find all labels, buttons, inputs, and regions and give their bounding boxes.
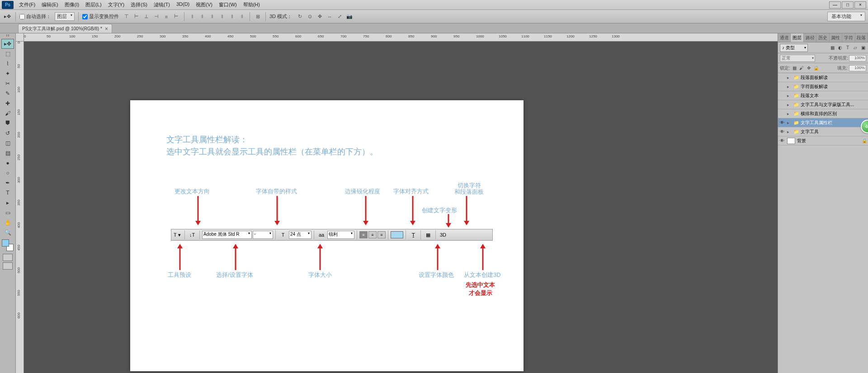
lock-transparent-icon[interactable]: ▦	[792, 65, 797, 71]
marquee-tool[interactable]: ⬚	[1, 49, 14, 59]
history-brush-tool[interactable]: ↺	[1, 128, 14, 138]
align-vcenter-icon[interactable]: ⊢	[132, 13, 141, 20]
canvas-viewport[interactable]: 文字工具属性栏解读： 选中文字工具就会显示工具的属性栏（在菜单栏的下方）。 更改…	[24, 42, 778, 373]
layer-row[interactable]: ▸📁段落文本	[778, 91, 868, 100]
menu-view[interactable]: 视图(V)	[193, 0, 215, 9]
tab-history[interactable]: 历史	[816, 33, 829, 42]
align-hcenter-icon[interactable]: ≡	[162, 13, 170, 20]
close-button[interactable]: ×	[854, 1, 866, 9]
align-left-icon[interactable]: ⊣	[152, 13, 160, 20]
visibility-icon[interactable]: 👁	[779, 120, 785, 125]
fg-color-swatch[interactable]	[2, 239, 9, 247]
3d-scale-icon[interactable]: ⤢	[335, 13, 344, 20]
lock-position-icon[interactable]: ✥	[806, 65, 811, 71]
blur-tool[interactable]: ●	[1, 158, 14, 168]
pen-tool[interactable]: ✒	[1, 178, 14, 188]
menu-help[interactable]: 帮助(H)	[241, 0, 263, 9]
menu-3d[interactable]: 3D(D)	[174, 0, 192, 9]
lasso-tool[interactable]: ⌇	[1, 59, 14, 69]
show-transform-checkbox[interactable]: 显示变换控件	[82, 13, 119, 20]
auto-align-icon[interactable]: ⊞	[254, 13, 262, 20]
visibility-icon[interactable]: 👁	[779, 129, 785, 134]
3d-rotate-icon[interactable]: ↻	[296, 13, 304, 20]
filter-shape-icon[interactable]: ▱	[852, 45, 859, 51]
tab-paths[interactable]: 路径	[804, 33, 816, 42]
twirl-icon[interactable]: ▸	[787, 93, 792, 98]
align-top-icon[interactable]: ⊤	[123, 13, 131, 20]
twirl-icon[interactable]: ▸	[787, 103, 792, 107]
tab-character[interactable]: 字符	[842, 33, 855, 42]
wand-tool[interactable]: ✦	[1, 69, 14, 79]
distribute-icon[interactable]: ⫴	[198, 13, 206, 20]
tab-paragraph[interactable]: 段落	[855, 33, 868, 42]
brush-tool[interactable]: 🖌	[1, 108, 14, 118]
3d-slide-icon[interactable]: ↔	[326, 13, 334, 20]
layer-row[interactable]: ▸📁横排和直排的区别	[778, 109, 868, 118]
filter-smart-icon[interactable]: ▣	[860, 45, 866, 51]
twirl-icon[interactable]: ▸	[787, 84, 792, 89]
hand-tool[interactable]: ✋	[1, 218, 14, 228]
dodge-tool[interactable]: ○	[1, 168, 14, 178]
tab-properties[interactable]: 属性	[830, 33, 842, 42]
stamp-tool[interactable]: ⛊	[1, 118, 14, 128]
distribute-icon[interactable]: ⫴	[208, 13, 216, 20]
type-tool[interactable]: T	[1, 188, 14, 198]
filter-adjust-icon[interactable]: ◐	[837, 45, 843, 51]
auto-select-dropdown[interactable]: 图层	[55, 12, 75, 21]
3d-camera-icon[interactable]: 📷	[345, 13, 354, 20]
blend-mode-dropdown[interactable]: 正常	[780, 55, 815, 62]
workspace-dropdown[interactable]: 基本功能	[827, 12, 865, 21]
eraser-tool[interactable]: ◫	[1, 138, 14, 148]
minimize-button[interactable]: —	[829, 1, 841, 9]
filter-type-icon[interactable]: T	[844, 45, 851, 51]
align-right-icon[interactable]: ⊢	[172, 13, 180, 20]
healing-tool[interactable]: ✚	[1, 98, 14, 108]
gradient-tool[interactable]: ▤	[1, 148, 14, 158]
quick-mask-icon[interactable]	[3, 254, 13, 261]
menu-window[interactable]: 窗口(W)	[216, 0, 240, 9]
screen-mode-icon[interactable]	[3, 262, 13, 270]
path-select-tool[interactable]: ▸	[1, 198, 14, 208]
tab-channels[interactable]: 通道	[778, 33, 791, 42]
color-swatches[interactable]	[2, 239, 14, 251]
crop-tool[interactable]: ✂	[1, 79, 14, 89]
lock-all-icon[interactable]: 🔒	[813, 65, 819, 71]
filter-type-dropdown[interactable]: ♪ 类型	[780, 44, 808, 52]
twirl-icon[interactable]: ▸	[787, 130, 792, 134]
distribute-icon[interactable]: ⫴	[228, 13, 236, 20]
distribute-icon[interactable]: ⫴	[238, 13, 246, 20]
menu-select[interactable]: 选择(S)	[128, 0, 150, 9]
distribute-icon[interactable]: ⫴	[188, 13, 196, 20]
twirl-icon[interactable]: ▸	[787, 112, 792, 116]
filter-pixel-icon[interactable]: ▦	[829, 45, 835, 51]
toolbox-handle[interactable]	[1, 34, 14, 38]
3d-roll-icon[interactable]: ⊙	[306, 13, 314, 20]
tab-layers[interactable]: 图层	[791, 33, 803, 42]
move-tool[interactable]: ▸✥	[1, 39, 14, 49]
layer-row[interactable]: 👁▸📁文字工具	[778, 127, 868, 136]
zoom-tool[interactable]: 🔍	[1, 228, 14, 238]
twirl-icon[interactable]: ▸	[787, 75, 792, 80]
visibility-icon[interactable]: 👁	[779, 138, 785, 143]
layer-row[interactable]: ▸📁字符面板解读	[778, 82, 868, 91]
distribute-icon[interactable]: ⫴	[218, 13, 226, 20]
menu-image[interactable]: 图像(I)	[62, 0, 82, 9]
layer-row[interactable]: ▸📁文字工具与文字蒙版工具...	[778, 100, 868, 109]
layer-row[interactable]: 👁背景🔒	[778, 136, 868, 145]
menu-file[interactable]: 文件(F)	[16, 0, 38, 9]
layer-row[interactable]: ▸📁段落面板解读	[778, 73, 868, 82]
document-tab[interactable]: PS文字工具详解.psd @ 100%(RGB/8) * ×	[18, 24, 112, 33]
shape-tool[interactable]: ▭	[1, 208, 14, 218]
menu-type[interactable]: 文字(Y)	[105, 0, 127, 9]
eyedropper-tool[interactable]: ✎	[1, 89, 14, 98]
align-bottom-icon[interactable]: ⊥	[142, 13, 151, 20]
maximize-button[interactable]: □	[842, 1, 854, 9]
auto-select-checkbox[interactable]: 自动选择：	[19, 13, 51, 20]
menu-edit[interactable]: 编辑(E)	[39, 0, 61, 9]
twirl-icon[interactable]: ▸	[787, 121, 792, 125]
fill-input[interactable]: 100%	[849, 65, 866, 71]
layer-row[interactable]: 👁▸📁文字工具属性栏	[778, 118, 868, 127]
menu-filter[interactable]: 滤镜(T)	[151, 0, 173, 9]
menu-layer[interactable]: 图层(L)	[83, 0, 104, 9]
close-icon[interactable]: ×	[105, 26, 108, 32]
